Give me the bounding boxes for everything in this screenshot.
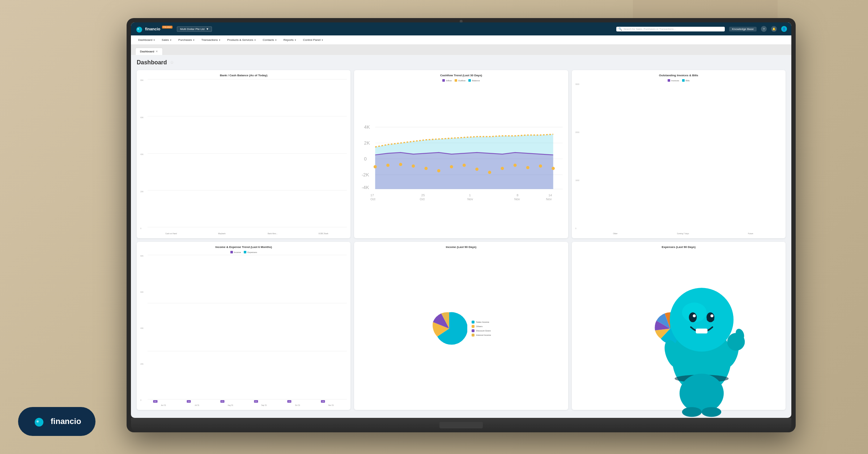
legend-invoices-color bbox=[668, 79, 670, 82]
income-pie-container: Sales Income Others Discount Given bbox=[358, 251, 564, 406]
y-label: 0 bbox=[575, 227, 583, 230]
cashflow-area: 4K 2K 0 -2K -4K bbox=[358, 83, 564, 235]
svg-text:25: 25 bbox=[421, 193, 425, 197]
knowledge-base-button[interactable]: Knowledge Base bbox=[729, 27, 757, 31]
avatar-icon[interactable]: 👤 bbox=[781, 26, 787, 32]
x-label: Sep '21 bbox=[248, 404, 280, 406]
invoices-chart-area: 0 1000 2000 3000 bbox=[575, 83, 782, 235]
bank-cash-balance-title: Bank / Cash Balance (As of Today) bbox=[140, 74, 347, 77]
legend-others: Others bbox=[472, 325, 491, 328]
income-90days-chart: Income (Last 90 Days) bbox=[354, 242, 568, 410]
chevron-down-icon: ▼ bbox=[294, 39, 297, 41]
svg-text:Oct: Oct bbox=[370, 197, 375, 201]
legend-outflow-color bbox=[455, 79, 457, 82]
bell-icon[interactable]: 🔔 bbox=[771, 26, 777, 32]
legend-income: Income bbox=[230, 251, 241, 253]
income-pie-svg bbox=[431, 310, 467, 347]
menu-contacts[interactable]: Contacts ▼ bbox=[260, 37, 280, 43]
premier-badge: PREMIER bbox=[162, 26, 173, 29]
y-label: 80K bbox=[140, 79, 147, 81]
x-label: Older bbox=[584, 232, 647, 235]
search-placeholder: Search for Sales, Purchases or Transacti… bbox=[624, 28, 676, 30]
svg-point-42 bbox=[526, 166, 529, 169]
y-label: 0 bbox=[140, 399, 147, 401]
income-pie-legend: Sales Income Others Discount Given bbox=[472, 321, 491, 337]
legend-discount-given: Discount Given bbox=[472, 329, 491, 332]
legend-inflow-color bbox=[442, 79, 445, 82]
menu-transactions[interactable]: Transactions ▼ bbox=[199, 37, 224, 43]
svg-point-15 bbox=[680, 374, 724, 413]
svg-text:1: 1 bbox=[469, 193, 471, 197]
svg-point-8 bbox=[710, 314, 713, 317]
svg-point-38 bbox=[476, 168, 479, 171]
svg-point-41 bbox=[514, 164, 517, 167]
tabbar: Dashboard ✕ bbox=[131, 45, 791, 55]
company-name: Multi Dollar Pte Ltd bbox=[180, 27, 205, 31]
laptop-base bbox=[131, 418, 791, 432]
income-expense-title: Income & Expense Trend (Last 6 Months) bbox=[140, 245, 347, 249]
navbar-logo: financio PREMIER bbox=[135, 25, 173, 33]
svg-rect-9 bbox=[696, 329, 708, 334]
help-icon[interactable]: ? bbox=[761, 26, 767, 32]
svg-point-30 bbox=[374, 165, 377, 168]
svg-text:-2K: -2K bbox=[362, 172, 369, 177]
menu-dashboard[interactable]: Dashboard ▼ bbox=[135, 37, 158, 43]
navbar: financio PREMIER Multi Dollar Pte Ltd ▼ … bbox=[131, 22, 791, 35]
y-label: 20K bbox=[140, 190, 147, 193]
income-expense-legend: Income Expenses bbox=[140, 251, 347, 253]
bank-cash-balance-area: 0 20K 40K 60K 80K bbox=[140, 79, 347, 235]
x-label: OCBC Bank bbox=[300, 232, 347, 235]
page-title-row: Dashboard ☆ bbox=[137, 59, 786, 66]
legend-outflow: Outflow bbox=[455, 79, 465, 82]
cashflow-svg: 4K 2K 0 -2K -4K bbox=[358, 83, 564, 235]
svg-point-17 bbox=[702, 407, 721, 417]
laptop-trackpad bbox=[439, 422, 483, 428]
svg-point-33 bbox=[412, 164, 415, 168]
svg-text:14: 14 bbox=[549, 193, 552, 197]
svg-text:2K: 2K bbox=[364, 140, 370, 146]
company-dropdown-icon: ▼ bbox=[206, 27, 209, 31]
svg-text:Nov: Nov bbox=[546, 197, 552, 201]
menu-control-panel[interactable]: Control Panel ▼ bbox=[300, 37, 326, 43]
menubar: Dashboard ▼ Sales ▼ Purchases ▼ Transact… bbox=[131, 35, 791, 45]
svg-point-19 bbox=[137, 28, 139, 30]
legend-sales-income: Sales Income bbox=[472, 321, 491, 324]
svg-point-44 bbox=[552, 167, 555, 170]
y-label: 60K bbox=[140, 116, 147, 119]
favourite-star-icon[interactable]: ☆ bbox=[170, 60, 174, 65]
menu-sales[interactable]: Sales ▼ bbox=[159, 37, 175, 43]
svg-point-34 bbox=[425, 167, 428, 170]
cashflow-trend-title: Cashflow Trend (Last 30 Days) bbox=[358, 74, 564, 77]
svg-text:Nov: Nov bbox=[514, 197, 520, 201]
menu-purchases[interactable]: Purchases ▼ bbox=[175, 37, 198, 43]
legend-invoices: Invoices bbox=[668, 79, 679, 82]
x-label: Future bbox=[719, 232, 782, 235]
tab-dashboard[interactable]: Dashboard ✕ bbox=[135, 48, 163, 55]
outstanding-invoices-title: Outstanding Invoices & Bills bbox=[575, 74, 782, 77]
menu-products-services[interactable]: Products & Services ▼ bbox=[224, 37, 259, 43]
company-selector[interactable]: Multi Dollar Pte Ltd ▼ bbox=[177, 26, 212, 32]
tab-close-icon[interactable]: ✕ bbox=[156, 50, 158, 53]
svg-point-37 bbox=[463, 164, 466, 167]
bottom-logo-text: financio bbox=[51, 417, 81, 426]
svg-point-1 bbox=[37, 420, 39, 423]
svg-point-39 bbox=[488, 171, 492, 174]
cashflow-trend-chart: Cashflow Trend (Last 30 Days) Inflow Out… bbox=[354, 70, 568, 238]
menu-reports[interactable]: Reports ▼ bbox=[281, 37, 299, 43]
legend-bills: Bills bbox=[682, 79, 690, 82]
y-label: 40K bbox=[140, 327, 147, 329]
y-label: 80K bbox=[140, 255, 147, 257]
chevron-down-icon: ▼ bbox=[321, 39, 323, 41]
search-bar[interactable]: 🔍 Search for Sales, Purchases or Transac… bbox=[616, 27, 725, 31]
chevron-down-icon: ▼ bbox=[193, 39, 195, 41]
svg-text:Oct: Oct bbox=[420, 197, 425, 201]
chevron-down-icon: ▼ bbox=[218, 39, 221, 41]
logo-text: financio bbox=[145, 27, 160, 31]
x-label: Cash on Hand bbox=[148, 232, 195, 235]
svg-point-36 bbox=[450, 165, 453, 168]
svg-point-32 bbox=[399, 163, 403, 166]
x-label: Bank Abro... bbox=[249, 232, 296, 235]
logo-icon bbox=[135, 25, 143, 33]
legend-income-color bbox=[230, 251, 233, 253]
income-90days-title: Income (Last 90 Days) bbox=[358, 245, 564, 249]
